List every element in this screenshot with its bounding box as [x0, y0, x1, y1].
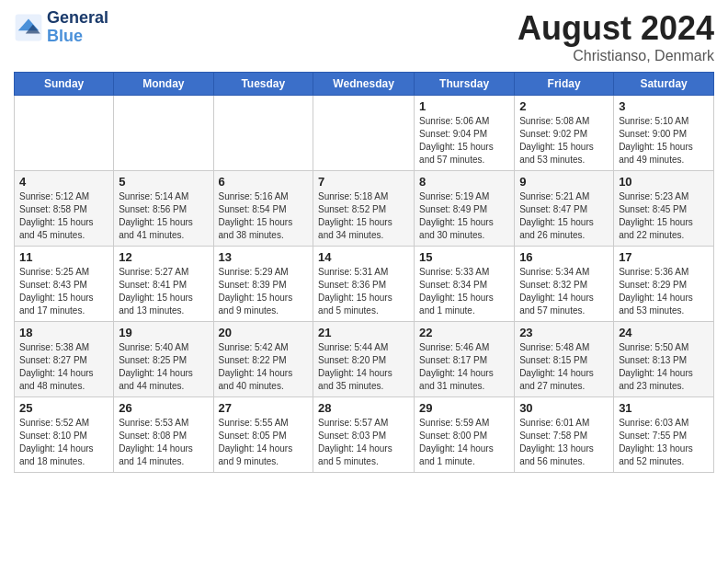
day-number: 28 [318, 401, 409, 415]
day-header-sunday: Sunday [15, 73, 114, 96]
title-section: August 2024 Christianso, Denmark [518, 9, 714, 64]
day-number: 23 [519, 326, 609, 339]
calendar-cell [15, 96, 114, 171]
day-number: 31 [619, 401, 709, 415]
day-header-wednesday: Wednesday [313, 73, 415, 96]
calendar-table: SundayMondayTuesdayWednesdayThursdayFrid… [14, 72, 714, 473]
day-info: Sunrise: 5:42 AM Sunset: 8:22 PM Dayligh… [219, 341, 309, 393]
day-info: Sunrise: 5:57 AM Sunset: 8:03 PM Dayligh… [318, 417, 409, 468]
day-info: Sunrise: 5:12 AM Sunset: 8:58 PM Dayligh… [19, 190, 108, 242]
calendar-cell: 27Sunrise: 5:55 AM Sunset: 8:05 PM Dayli… [213, 397, 313, 473]
calendar-cell: 4Sunrise: 5:12 AM Sunset: 8:58 PM Daylig… [15, 171, 114, 247]
day-info: Sunrise: 5:50 AM Sunset: 8:13 PM Dayligh… [619, 341, 709, 393]
day-number: 22 [419, 326, 509, 339]
day-number: 9 [519, 175, 609, 189]
calendar-week-2: 4Sunrise: 5:12 AM Sunset: 8:58 PM Daylig… [15, 171, 714, 247]
day-info: Sunrise: 5:29 AM Sunset: 8:39 PM Dayligh… [219, 266, 309, 317]
calendar-cell: 23Sunrise: 5:48 AM Sunset: 8:15 PM Dayli… [515, 322, 614, 397]
calendar-cell: 18Sunrise: 5:38 AM Sunset: 8:27 PM Dayli… [15, 322, 114, 397]
day-info: Sunrise: 5:46 AM Sunset: 8:17 PM Dayligh… [419, 341, 509, 393]
day-info: Sunrise: 5:40 AM Sunset: 8:25 PM Dayligh… [119, 341, 208, 393]
day-header-monday: Monday [114, 73, 213, 96]
calendar-cell: 25Sunrise: 5:52 AM Sunset: 8:10 PM Dayli… [15, 397, 114, 473]
calendar-cell [313, 96, 415, 171]
day-info: Sunrise: 5:10 AM Sunset: 9:00 PM Dayligh… [619, 115, 709, 167]
location: Christianso, Denmark [518, 48, 714, 64]
day-number: 3 [619, 99, 709, 113]
day-info: Sunrise: 5:14 AM Sunset: 8:56 PM Dayligh… [119, 190, 208, 242]
day-number: 24 [619, 326, 709, 339]
day-info: Sunrise: 5:36 AM Sunset: 8:29 PM Dayligh… [619, 266, 709, 317]
calendar-cell: 30Sunrise: 6:01 AM Sunset: 7:58 PM Dayli… [515, 397, 614, 473]
day-number: 6 [219, 175, 309, 189]
calendar-cell [213, 96, 313, 171]
day-info: Sunrise: 5:48 AM Sunset: 8:15 PM Dayligh… [519, 341, 609, 393]
calendar-cell: 8Sunrise: 5:19 AM Sunset: 8:49 PM Daylig… [415, 171, 515, 247]
day-number: 5 [119, 175, 208, 189]
calendar-cell: 26Sunrise: 5:53 AM Sunset: 8:08 PM Dayli… [114, 397, 213, 473]
calendar-cell: 5Sunrise: 5:14 AM Sunset: 8:56 PM Daylig… [114, 171, 213, 247]
day-number: 20 [219, 326, 309, 339]
calendar-cell: 22Sunrise: 5:46 AM Sunset: 8:17 PM Dayli… [415, 322, 515, 397]
day-info: Sunrise: 5:59 AM Sunset: 8:00 PM Dayligh… [419, 417, 509, 468]
day-info: Sunrise: 5:52 AM Sunset: 8:10 PM Dayligh… [19, 417, 108, 468]
page-header: General Blue August 2024 Christianso, De… [14, 9, 714, 64]
day-info: Sunrise: 5:25 AM Sunset: 8:43 PM Dayligh… [19, 266, 108, 317]
day-number: 7 [318, 175, 409, 189]
day-header-friday: Friday [515, 73, 614, 96]
day-number: 19 [119, 326, 208, 339]
day-number: 25 [19, 401, 108, 415]
day-info: Sunrise: 5:16 AM Sunset: 8:54 PM Dayligh… [219, 190, 309, 242]
calendar-cell: 19Sunrise: 5:40 AM Sunset: 8:25 PM Dayli… [114, 322, 213, 397]
calendar-cell [114, 96, 213, 171]
day-info: Sunrise: 6:03 AM Sunset: 7:55 PM Dayligh… [619, 417, 709, 468]
day-info: Sunrise: 6:01 AM Sunset: 7:58 PM Dayligh… [519, 417, 609, 468]
month-year: August 2024 [518, 9, 714, 48]
calendar-cell: 12Sunrise: 5:27 AM Sunset: 8:41 PM Dayli… [114, 247, 213, 322]
day-number: 10 [619, 175, 709, 189]
calendar-cell: 9Sunrise: 5:21 AM Sunset: 8:47 PM Daylig… [515, 171, 614, 247]
calendar-week-3: 11Sunrise: 5:25 AM Sunset: 8:43 PM Dayli… [15, 247, 714, 322]
calendar-week-5: 25Sunrise: 5:52 AM Sunset: 8:10 PM Dayli… [15, 397, 714, 473]
calendar-cell: 15Sunrise: 5:33 AM Sunset: 8:34 PM Dayli… [415, 247, 515, 322]
day-number: 2 [519, 99, 609, 113]
day-info: Sunrise: 5:53 AM Sunset: 8:08 PM Dayligh… [119, 417, 208, 468]
calendar-week-4: 18Sunrise: 5:38 AM Sunset: 8:27 PM Dayli… [15, 322, 714, 397]
day-info: Sunrise: 5:38 AM Sunset: 8:27 PM Dayligh… [19, 341, 108, 393]
day-number: 11 [19, 250, 108, 264]
logo: General Blue [14, 9, 108, 46]
logo-line1: General [47, 9, 108, 28]
day-header-thursday: Thursday [415, 73, 515, 96]
day-info: Sunrise: 5:34 AM Sunset: 8:32 PM Dayligh… [519, 266, 609, 317]
calendar-cell: 11Sunrise: 5:25 AM Sunset: 8:43 PM Dayli… [15, 247, 114, 322]
logo-icon [14, 13, 43, 42]
calendar-cell: 28Sunrise: 5:57 AM Sunset: 8:03 PM Dayli… [313, 397, 415, 473]
calendar-cell: 1Sunrise: 5:06 AM Sunset: 9:04 PM Daylig… [415, 96, 515, 171]
day-info: Sunrise: 5:33 AM Sunset: 8:34 PM Dayligh… [419, 266, 509, 317]
calendar-header-row: SundayMondayTuesdayWednesdayThursdayFrid… [15, 73, 714, 96]
day-number: 27 [219, 401, 309, 415]
day-number: 1 [419, 99, 509, 113]
calendar-cell: 29Sunrise: 5:59 AM Sunset: 8:00 PM Dayli… [415, 397, 515, 473]
day-info: Sunrise: 5:21 AM Sunset: 8:47 PM Dayligh… [519, 190, 609, 242]
calendar-cell: 17Sunrise: 5:36 AM Sunset: 8:29 PM Dayli… [614, 247, 714, 322]
day-info: Sunrise: 5:19 AM Sunset: 8:49 PM Dayligh… [419, 190, 509, 242]
calendar-cell: 14Sunrise: 5:31 AM Sunset: 8:36 PM Dayli… [313, 247, 415, 322]
day-info: Sunrise: 5:31 AM Sunset: 8:36 PM Dayligh… [318, 266, 409, 317]
day-info: Sunrise: 5:44 AM Sunset: 8:20 PM Dayligh… [318, 341, 409, 393]
day-info: Sunrise: 5:23 AM Sunset: 8:45 PM Dayligh… [619, 190, 709, 242]
day-header-tuesday: Tuesday [213, 73, 313, 96]
day-number: 29 [419, 401, 509, 415]
day-info: Sunrise: 5:55 AM Sunset: 8:05 PM Dayligh… [219, 417, 309, 468]
day-number: 14 [318, 250, 409, 264]
calendar-week-1: 1Sunrise: 5:06 AM Sunset: 9:04 PM Daylig… [15, 96, 714, 171]
day-number: 4 [19, 175, 108, 189]
calendar-cell: 16Sunrise: 5:34 AM Sunset: 8:32 PM Dayli… [515, 247, 614, 322]
logo-line2: Blue [47, 28, 108, 46]
day-info: Sunrise: 5:27 AM Sunset: 8:41 PM Dayligh… [119, 266, 208, 317]
day-header-saturday: Saturday [614, 73, 714, 96]
day-info: Sunrise: 5:06 AM Sunset: 9:04 PM Dayligh… [419, 115, 509, 167]
calendar-cell: 24Sunrise: 5:50 AM Sunset: 8:13 PM Dayli… [614, 322, 714, 397]
day-number: 12 [119, 250, 208, 264]
calendar-cell: 7Sunrise: 5:18 AM Sunset: 8:52 PM Daylig… [313, 171, 415, 247]
